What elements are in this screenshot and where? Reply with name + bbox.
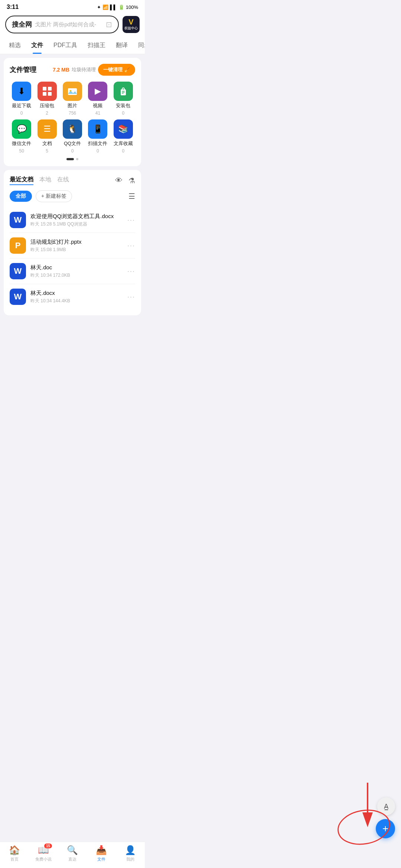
battery-percent: 100%: [126, 4, 138, 10]
svg-rect-10: [122, 93, 124, 94]
header-actions: 👁 ⚗: [115, 176, 135, 185]
file-management-card: 文件管理 7.2 MB 垃圾待清理 一键清理 🧹 ⬇ 最近下载 0: [4, 58, 141, 166]
recent-tabs: 最近文档 本地 在线: [10, 176, 69, 185]
trash-info: 7.2 MB 垃圾待清理 一键清理 🧹: [53, 64, 135, 76]
vip-avatar[interactable]: V 权益中心: [123, 16, 140, 33]
wifi-icon: 📶: [102, 4, 108, 10]
scan-file-icon: 📱: [88, 119, 107, 139]
file-item-scan[interactable]: 📱 扫描文件 0: [86, 119, 110, 154]
tag-menu-icon[interactable]: ☰: [128, 192, 135, 201]
download-label: 最近下载: [12, 102, 31, 109]
recent-docs-card: 最近文档 本地 在线 👁 ⚗ 全部 + 新建标签 ☰ W 欢迎使用QQ浏览器文档…: [4, 170, 141, 315]
tab-scan[interactable]: 扫描王: [82, 37, 111, 54]
svg-rect-9: [122, 92, 125, 93]
file-item-archive[interactable]: 压缩包 2: [35, 82, 59, 116]
eye-icon[interactable]: 👁: [115, 176, 123, 185]
library-label: 文库收藏: [114, 140, 133, 147]
dot-inactive: [76, 158, 78, 160]
file-item-download[interactable]: ⬇ 最近下载 0: [10, 82, 33, 116]
doc-more-2[interactable]: ···: [127, 242, 135, 250]
tab-sync[interactable]: 同步学: [133, 37, 145, 54]
docs-label: 文档: [42, 140, 52, 147]
doc-item-1[interactable]: W 欢迎使用QQ浏览器文档工具.docx 昨天 15:28 5.1MB QQ浏览…: [10, 207, 135, 233]
qq-icon: 🐧: [63, 119, 82, 139]
docs-count: 5: [46, 148, 48, 154]
svg-rect-0: [43, 87, 46, 91]
doc-meta-3: 昨天 10:34 172.0KB: [30, 272, 123, 279]
file-item-docs[interactable]: ☰ 文档 5: [35, 119, 59, 154]
apk-label: 安装包: [116, 102, 130, 109]
svg-rect-8: [122, 91, 125, 92]
scan-icon[interactable]: ⊡: [106, 20, 112, 29]
doc-icon-word-3: W: [10, 289, 26, 305]
dot-active: [66, 158, 74, 160]
file-item-video[interactable]: ▶ 视频 41: [86, 82, 110, 116]
file-item-image[interactable]: 图片 756: [61, 82, 84, 116]
doc-icon-word-1: W: [10, 212, 26, 228]
video-label: 视频: [93, 102, 102, 109]
vip-label: 权益中心: [124, 26, 138, 31]
wechat-icon: 💬: [12, 119, 31, 139]
svg-rect-2: [43, 92, 46, 96]
doc-icon-ppt-1: P: [10, 237, 26, 254]
doc-more-4[interactable]: ···: [127, 293, 135, 301]
file-item-qq[interactable]: 🐧 QQ文件 0: [61, 119, 84, 154]
video-count: 41: [95, 111, 100, 116]
archive-icon: [38, 82, 57, 101]
file-grid: ⬇ 最近下载 0 压缩包 2: [10, 82, 135, 154]
tab-pdf[interactable]: PDF工具: [48, 37, 82, 54]
tag-all[interactable]: 全部: [10, 191, 32, 202]
library-icon: 📚: [114, 119, 133, 139]
archive-count: 2: [46, 111, 48, 116]
vip-initial: V: [128, 18, 133, 26]
search-input-box[interactable]: 搜全网 戈图片 两份pdf如何合成- ⊡: [5, 16, 119, 33]
doc-more-1[interactable]: ···: [127, 216, 135, 224]
apk-icon: [114, 82, 133, 101]
doc-name-2: 活动规划幻灯片.pptx: [30, 239, 123, 246]
archive-label: 压缩包: [40, 102, 54, 109]
tag-row: 全部 + 新建标签 ☰: [10, 190, 135, 202]
doc-info-1: 欢迎使用QQ浏览器文档工具.docx 昨天 15:28 5.1MB QQ浏览器: [30, 213, 123, 227]
status-time: 3:11: [7, 4, 19, 10]
library-count: 0: [122, 148, 124, 154]
filter-icon[interactable]: ⚗: [128, 176, 135, 185]
image-icon: [63, 82, 82, 101]
scan-file-label: 扫描文件: [88, 140, 107, 147]
card-header: 文件管理 7.2 MB 垃圾待清理 一键清理 🧹: [10, 64, 135, 76]
svg-rect-1: [48, 87, 52, 91]
search-bar: 搜全网 戈图片 两份pdf如何合成- ⊡ V 权益中心: [0, 13, 145, 37]
trash-label: 垃圾待清理: [72, 66, 96, 73]
status-bar: 3:11 ✦ 📶 ▌▌ 🔋 100%: [0, 0, 145, 13]
doc-meta-2: 昨天 15:08 1.9MB: [30, 247, 123, 253]
doc-item-4[interactable]: W 林天.docx 昨天 10:34 144.4KB ···: [10, 284, 135, 309]
tab-recent[interactable]: 最近文档: [10, 176, 33, 185]
doc-more-3[interactable]: ···: [127, 267, 135, 275]
image-label: 图片: [68, 102, 77, 109]
qq-label: QQ文件: [64, 140, 81, 147]
broom-icon: 🧹: [124, 67, 130, 73]
tab-featured[interactable]: 精选: [4, 37, 26, 54]
doc-item-2[interactable]: P 活动规划幻灯片.pptx 昨天 15:08 1.9MB ···: [10, 233, 135, 259]
video-icon: ▶: [88, 82, 107, 101]
apk-count: 0: [122, 111, 124, 116]
file-item-library[interactable]: 📚 文库收藏 0: [111, 119, 135, 154]
search-bold-label: 搜全网: [12, 20, 32, 29]
download-icon: ⬇: [12, 82, 31, 101]
tag-new-button[interactable]: + 新建标签: [36, 190, 72, 202]
wechat-label: 微信文件: [12, 140, 31, 147]
clean-button[interactable]: 一键清理 🧹: [98, 64, 135, 76]
tab-translate[interactable]: 翻译: [111, 37, 133, 54]
tab-file[interactable]: 文件: [26, 37, 48, 54]
file-item-apk[interactable]: 安装包 0: [111, 82, 135, 116]
doc-item-3[interactable]: W 林天.doc 昨天 10:34 172.0KB ···: [10, 259, 135, 284]
tab-local[interactable]: 本地: [39, 176, 51, 185]
svg-rect-3: [48, 92, 52, 96]
search-placeholder: 戈图片 两份pdf如何合成-: [35, 21, 96, 28]
status-icons: ✦ 📶 ▌▌ 🔋 100%: [97, 4, 138, 10]
doc-icon-word-2: W: [10, 263, 26, 279]
tab-online[interactable]: 在线: [57, 176, 69, 185]
doc-info-3: 林天.doc 昨天 10:34 172.0KB: [30, 264, 123, 279]
doc-name-4: 林天.docx: [30, 290, 123, 297]
file-item-wechat[interactable]: 💬 微信文件 50: [10, 119, 33, 154]
doc-name-3: 林天.doc: [30, 264, 123, 271]
